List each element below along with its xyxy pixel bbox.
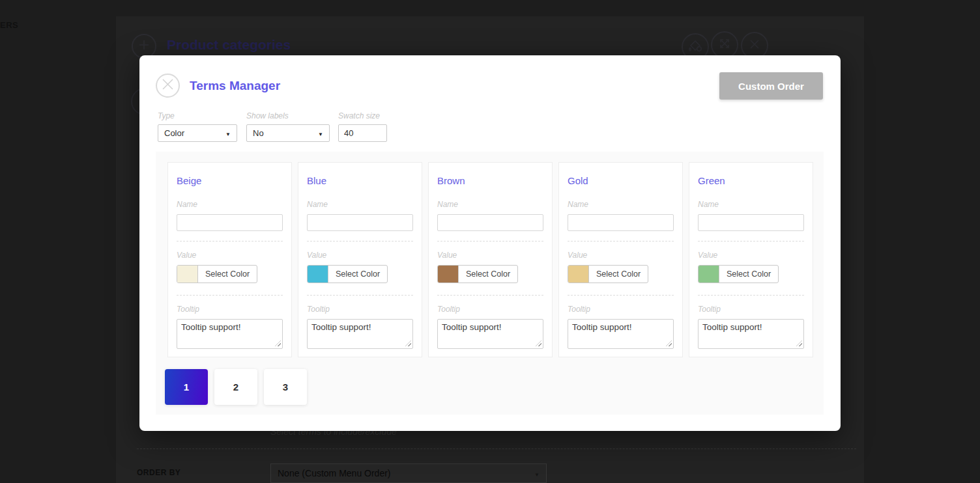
term-card-beige: Beige Name Value Select Color Tooltip To… [167, 162, 292, 357]
term-card-brown: Brown Name Value Select Color Tooltip To… [428, 162, 553, 357]
name-input[interactable] [698, 214, 804, 231]
divider [698, 295, 804, 296]
divider [177, 241, 283, 242]
show-labels-select[interactable]: No [246, 124, 330, 142]
divider [437, 295, 543, 296]
page-button-3[interactable]: 3 [264, 369, 307, 405]
tooltip-input[interactable]: Tooltip support! [177, 319, 283, 349]
select-color-label: Select Color [198, 266, 257, 283]
tooltip-input[interactable]: Tooltip support! [698, 319, 804, 349]
divider [307, 295, 413, 296]
tooltip-label: Tooltip [437, 305, 543, 314]
tooltip-field: Tooltip support! [437, 319, 543, 349]
value-label: Value [177, 251, 283, 260]
divider [437, 241, 543, 242]
term-card-blue: Blue Name Value Select Color Tooltip Too… [298, 162, 422, 357]
dropdown-arrow-icon [534, 468, 540, 478]
select-color-label: Select Color [459, 266, 517, 283]
term-title: Green [698, 175, 804, 186]
select-color-button[interactable]: Select Color [568, 265, 648, 283]
term-card-gold: Gold Name Value Select Color Tooltip Too… [558, 162, 683, 357]
color-swatch [308, 266, 328, 283]
color-swatch [699, 266, 719, 283]
order-by-select[interactable]: None (Custom Menu Order) [270, 463, 547, 483]
select-color-button[interactable]: Select Color [698, 265, 779, 283]
name-label: Name [698, 200, 804, 209]
name-input[interactable] [307, 214, 413, 231]
pagination: 1 2 3 [165, 369, 307, 405]
swatch-size-label: Swatch size [338, 111, 380, 120]
plus-icon [137, 38, 151, 55]
name-input[interactable] [437, 214, 543, 231]
terms-list-area: Beige Name Value Select Color Tooltip To… [156, 152, 824, 415]
value-label: Value [568, 251, 674, 260]
value-label: Value [307, 251, 413, 260]
order-by-value: None (Custom Menu Order) [278, 468, 391, 478]
select-color-label: Select Color [589, 266, 648, 283]
divider [568, 295, 674, 296]
name-label: Name [177, 200, 283, 209]
order-by-label: ORDER BY [137, 468, 180, 477]
dropdown-arrow-icon [318, 128, 323, 138]
page-title: Product categories [167, 37, 291, 53]
color-swatch [177, 266, 198, 283]
select-color-button[interactable]: Select Color [437, 265, 518, 283]
type-label: Type [158, 111, 175, 120]
term-cards-row: Beige Name Value Select Color Tooltip To… [167, 162, 813, 357]
name-label: Name [307, 200, 413, 209]
tooltip-label: Tooltip [698, 305, 804, 314]
color-swatch [568, 266, 589, 283]
expand-icon [716, 35, 733, 55]
close-icon [746, 36, 763, 55]
show-labels-label: Show labels [246, 111, 289, 120]
color-swatch [438, 266, 459, 283]
value-label: Value [437, 251, 543, 260]
page-button-1[interactable]: 1 [165, 369, 208, 405]
tooltip-field: Tooltip support! [177, 319, 283, 349]
name-input[interactable] [568, 214, 674, 231]
name-input[interactable] [177, 214, 283, 231]
name-label: Name [437, 200, 543, 209]
modal-title: Terms Manager [190, 79, 280, 93]
type-select[interactable]: Color [158, 124, 237, 142]
select-color-label: Select Color [719, 266, 778, 283]
divider [698, 241, 804, 242]
tooltip-field: Tooltip support! [307, 319, 413, 349]
page-button-2[interactable]: 2 [214, 369, 257, 405]
select-color-button[interactable]: Select Color [307, 265, 388, 283]
divider [137, 448, 856, 449]
show-labels-select-value: No [253, 128, 264, 138]
term-title: Brown [437, 175, 543, 186]
custom-order-button[interactable]: Custom Order [719, 72, 823, 100]
dropdown-arrow-icon [225, 128, 231, 138]
tooltip-input[interactable]: Tooltip support! [568, 319, 674, 349]
paint-settings-icon [687, 37, 704, 57]
divider [177, 295, 283, 296]
sidebar-item-users: ERS [0, 20, 18, 30]
tooltip-input[interactable]: Tooltip support! [307, 319, 413, 349]
terms-manager-modal: Terms Manager Custom Order Type Show lab… [139, 55, 841, 431]
tooltip-input[interactable]: Tooltip support! [437, 319, 543, 349]
divider [568, 241, 674, 242]
swatch-size-input[interactable] [338, 124, 387, 142]
tooltip-field: Tooltip support! [568, 319, 674, 349]
term-title: Blue [307, 175, 413, 186]
close-icon [157, 74, 179, 98]
term-title: Beige [177, 175, 283, 186]
tooltip-label: Tooltip [307, 305, 413, 314]
name-label: Name [568, 200, 674, 209]
term-card-green: Green Name Value Select Color Tooltip To… [689, 162, 813, 357]
term-title: Gold [568, 175, 674, 186]
tooltip-field: Tooltip support! [698, 319, 804, 349]
value-label: Value [698, 251, 804, 260]
select-color-button[interactable]: Select Color [177, 265, 257, 283]
type-select-value: Color [164, 128, 184, 138]
modal-close-button[interactable] [156, 74, 180, 98]
tooltip-label: Tooltip [177, 305, 283, 314]
select-color-label: Select Color [328, 266, 387, 283]
tooltip-label: Tooltip [568, 305, 674, 314]
divider [307, 241, 413, 242]
expand-button[interactable] [711, 31, 738, 59]
